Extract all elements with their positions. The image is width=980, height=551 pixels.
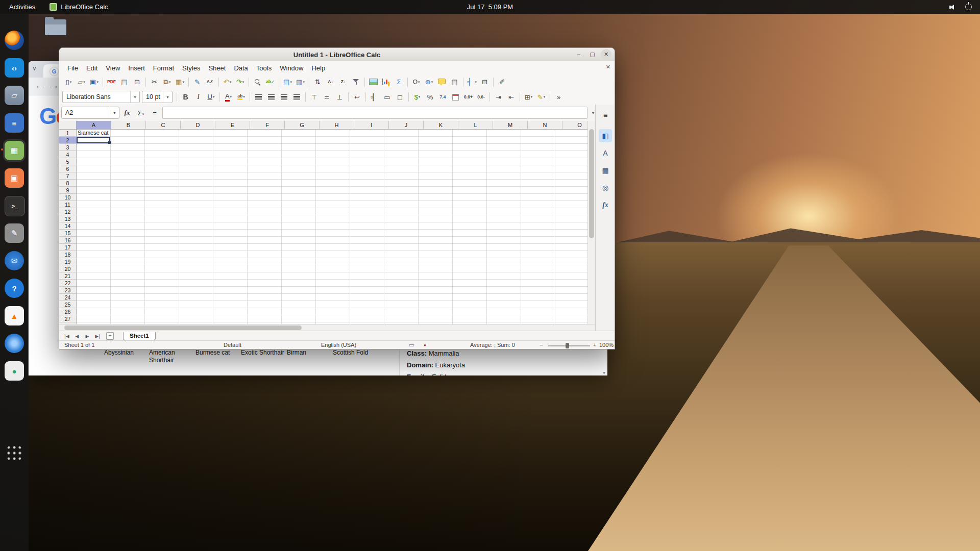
cell-I18[interactable] bbox=[350, 251, 384, 258]
column-header-J[interactable]: J bbox=[389, 121, 424, 130]
row-header-19[interactable]: 19 bbox=[59, 258, 77, 265]
cell-F7[interactable] bbox=[248, 172, 282, 180]
cell-J25[interactable] bbox=[384, 301, 419, 308]
insert-column-dropdown-icon[interactable]: ▾ bbox=[303, 80, 305, 84]
cell-B27[interactable] bbox=[111, 315, 145, 322]
cell-I5[interactable] bbox=[350, 158, 384, 165]
cell-G8[interactable] bbox=[282, 180, 316, 187]
show-draw-functions-button[interactable]: ✐ bbox=[496, 76, 508, 88]
special-character-dropdown-icon[interactable]: ▾ bbox=[418, 80, 420, 84]
column-header-H[interactable]: H bbox=[320, 121, 354, 130]
cell-M14[interactable] bbox=[487, 222, 521, 230]
cell-L7[interactable] bbox=[453, 172, 487, 180]
horizontal-scrollbar[interactable] bbox=[59, 324, 595, 331]
format-number-button[interactable]: 7.4 bbox=[436, 91, 449, 103]
cell-J19[interactable] bbox=[384, 258, 419, 265]
font-name-combobox[interactable]: Liberation Sans▾ bbox=[62, 91, 140, 103]
undo-button[interactable]: ↶▾ bbox=[221, 76, 234, 88]
select-function-icon[interactable]: Σ▾ bbox=[135, 109, 147, 117]
align-center-button[interactable] bbox=[265, 91, 278, 103]
column-header-I[interactable]: I bbox=[354, 121, 389, 130]
cell-I17[interactable] bbox=[350, 244, 384, 251]
cell-J5[interactable] bbox=[384, 158, 419, 165]
cell-F21[interactable] bbox=[248, 272, 282, 280]
cell-K11[interactable] bbox=[419, 201, 453, 208]
cell-A6[interactable] bbox=[77, 165, 111, 172]
cell-B16[interactable] bbox=[111, 237, 145, 244]
cell-L11[interactable] bbox=[453, 201, 487, 208]
cell-K18[interactable] bbox=[419, 251, 453, 258]
dock-item-files[interactable]: ▱ bbox=[5, 86, 24, 105]
cell-D13[interactable] bbox=[179, 215, 213, 222]
cell-I19[interactable] bbox=[350, 258, 384, 265]
cut-button[interactable]: ✂ bbox=[148, 76, 161, 88]
cell-F12[interactable] bbox=[248, 208, 282, 215]
cell-D2[interactable] bbox=[179, 137, 213, 144]
cell-O24[interactable] bbox=[555, 294, 587, 301]
cell-H19[interactable] bbox=[316, 258, 350, 265]
cell-B23[interactable] bbox=[111, 287, 145, 294]
cell-B8[interactable] bbox=[111, 180, 145, 187]
cell-H7[interactable] bbox=[316, 172, 350, 180]
cell-N26[interactable] bbox=[521, 308, 555, 315]
cell-H2[interactable] bbox=[316, 137, 350, 144]
save-button[interactable]: ▣▾ bbox=[88, 76, 101, 88]
font-size-dropdown-icon[interactable]: ▾ bbox=[163, 91, 172, 103]
cell-A1[interactable]: Siamese cat bbox=[77, 130, 111, 137]
cell-B13[interactable] bbox=[111, 215, 145, 222]
cell-H6[interactable] bbox=[316, 165, 350, 172]
copy-dropdown-icon[interactable]: ▾ bbox=[169, 80, 171, 84]
open-file-button[interactable]: ▱▾ bbox=[75, 76, 88, 88]
cell-K8[interactable] bbox=[419, 180, 453, 187]
selection-mode-icon[interactable]: ▭ bbox=[409, 342, 414, 348]
cell-A4[interactable] bbox=[77, 151, 111, 158]
redo-dropdown-icon[interactable]: ▾ bbox=[242, 80, 244, 84]
cell-A24[interactable] bbox=[77, 294, 111, 301]
cell-I13[interactable] bbox=[350, 215, 384, 222]
insert-image-button[interactable] bbox=[367, 76, 380, 88]
cell-K25[interactable] bbox=[419, 301, 453, 308]
cell-D6[interactable] bbox=[179, 165, 213, 172]
dock-item-impress[interactable]: ▣ bbox=[5, 168, 24, 188]
cell-G6[interactable] bbox=[282, 165, 316, 172]
border-color-button[interactable]: ✎▾ bbox=[535, 91, 548, 103]
cell-F22[interactable] bbox=[248, 280, 282, 287]
dock-item-show-applications[interactable] bbox=[5, 443, 24, 463]
cell-N2[interactable] bbox=[521, 137, 555, 144]
font-color-button[interactable]: A▾ bbox=[222, 91, 235, 103]
row-header-26[interactable]: 26 bbox=[59, 308, 77, 315]
cell-F5[interactable] bbox=[248, 158, 282, 165]
cell-A19[interactable] bbox=[77, 258, 111, 265]
cell-N23[interactable] bbox=[521, 287, 555, 294]
cell-E8[interactable] bbox=[213, 180, 248, 187]
decrease-indent-button[interactable]: ⇤ bbox=[505, 91, 518, 103]
pivot-table-button[interactable]: Σ bbox=[393, 76, 405, 88]
cell-L13[interactable] bbox=[453, 215, 487, 222]
cell-E19[interactable] bbox=[213, 258, 248, 265]
cell-F4[interactable] bbox=[248, 151, 282, 158]
cell-B19[interactable] bbox=[111, 258, 145, 265]
dock-item-snapstore[interactable]: ● bbox=[5, 361, 24, 381]
cell-B2[interactable] bbox=[111, 137, 145, 144]
cell-C23[interactable] bbox=[145, 287, 179, 294]
open-file-dropdown-icon[interactable]: ▾ bbox=[83, 80, 85, 84]
cell-G19[interactable] bbox=[282, 258, 316, 265]
cell-J14[interactable] bbox=[384, 222, 419, 230]
cell-J11[interactable] bbox=[384, 201, 419, 208]
grid-corner[interactable] bbox=[59, 121, 77, 130]
cell-B18[interactable] bbox=[111, 251, 145, 258]
close-button[interactable]: ✕ bbox=[601, 49, 611, 60]
cell-G10[interactable] bbox=[282, 194, 316, 201]
cell-M4[interactable] bbox=[487, 151, 521, 158]
cell-O5[interactable] bbox=[555, 158, 587, 165]
cell-K7[interactable] bbox=[419, 172, 453, 180]
cell-I16[interactable] bbox=[350, 237, 384, 244]
cell-D12[interactable] bbox=[179, 208, 213, 215]
cell-L21[interactable] bbox=[453, 272, 487, 280]
cell-N16[interactable] bbox=[521, 237, 555, 244]
cell-D1[interactable] bbox=[179, 130, 213, 137]
cell-I27[interactable] bbox=[350, 315, 384, 322]
paste-button[interactable]: ▦▾ bbox=[174, 76, 186, 88]
cell-I10[interactable] bbox=[350, 194, 384, 201]
cell-C2[interactable] bbox=[145, 137, 179, 144]
